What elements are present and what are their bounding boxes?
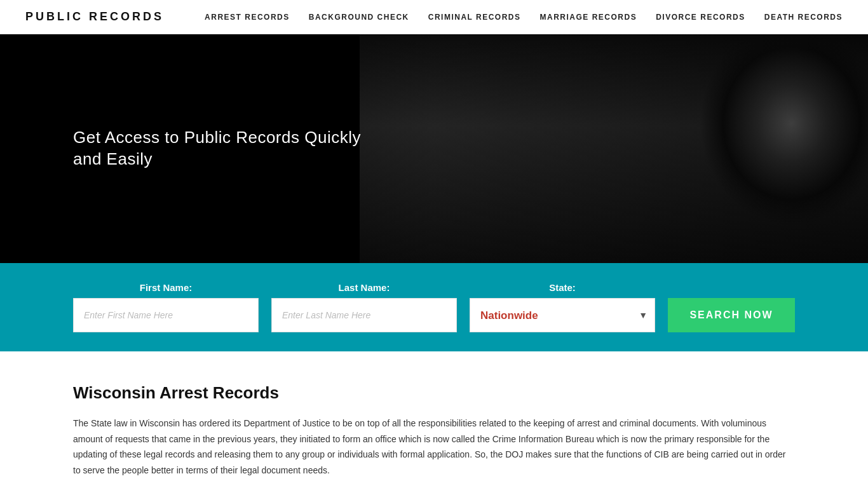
nav-marriage-records[interactable]: MARRIAGE RECORDS	[540, 13, 637, 22]
main-nav: ARREST RECORDS BACKGROUND CHECK CRIMINAL…	[205, 13, 843, 22]
nav-divorce-records[interactable]: DIVORCE RECORDS	[656, 13, 745, 22]
state-select-wrapper: Nationwide Alabama Alaska Arizona Arkans…	[470, 298, 655, 332]
content-heading: Wisconsin Arrest Records	[73, 383, 795, 403]
content-paragraph-1: The State law in Wisconsin has ordered i…	[73, 416, 795, 478]
state-select[interactable]: Nationwide Alabama Alaska Arizona Arkans…	[470, 298, 655, 332]
last-name-input[interactable]	[271, 298, 457, 332]
main-content: Wisconsin Arrest Records The State law i…	[0, 351, 868, 488]
first-name-label: First Name:	[73, 282, 259, 293]
site-logo[interactable]: PUBLIC RECORDS	[25, 10, 164, 24]
nav-criminal-records[interactable]: CRIMINAL RECORDS	[428, 13, 521, 22]
state-field: State: Nationwide Alabama Alaska Arizona…	[470, 282, 655, 332]
hero-tagline: Get Access to Public Records Quickly and…	[0, 127, 381, 170]
first-name-input[interactable]	[73, 298, 259, 332]
nav-background-check[interactable]: BACKGROUND CHECK	[309, 13, 409, 22]
state-label: State:	[470, 282, 655, 293]
search-bar: First Name: Last Name: State: Nationwide…	[0, 263, 868, 351]
nav-death-records[interactable]: DEATH RECORDS	[764, 13, 843, 22]
hero-section: Get Access to Public Records Quickly and…	[0, 34, 868, 263]
header: PUBLIC RECORDS ARREST RECORDS BACKGROUND…	[0, 0, 868, 34]
last-name-label: Last Name:	[271, 282, 457, 293]
last-name-field: Last Name:	[271, 282, 457, 332]
first-name-field: First Name:	[73, 282, 259, 332]
search-now-button[interactable]: SEARCH NOW	[668, 298, 795, 332]
nav-arrest-records[interactable]: ARREST RECORDS	[205, 13, 290, 22]
